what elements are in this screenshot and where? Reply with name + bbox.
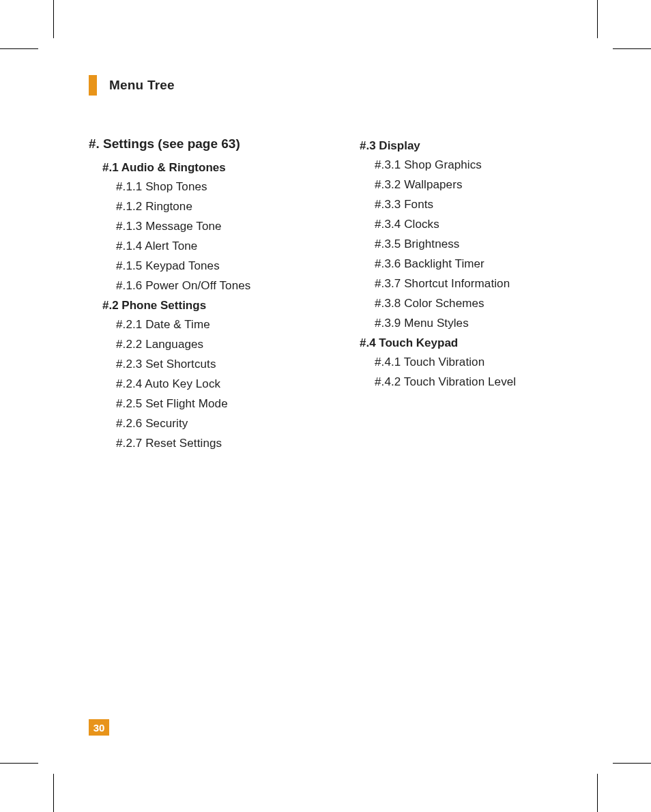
page-title: Menu Tree [109, 78, 175, 93]
menu-item: #.3.9 Menu Styles [375, 317, 583, 330]
menu-item: #.2.3 Set Shortcuts [116, 358, 312, 371]
right-column: #.3 Display #.3.1 Shop Graphics #.3.2 Wa… [360, 136, 583, 456]
menu-item: #.3.4 Clocks [375, 218, 583, 231]
section-heading-settings: #. Settings (see page 63) [89, 136, 312, 151]
crop-mark [53, 774, 54, 812]
menu-item: #.2.5 Set Flight Mode [116, 397, 312, 411]
crop-mark [597, 774, 598, 812]
subsection-heading-display: #.3 Display [360, 139, 583, 153]
menu-item: #.3.1 Shop Graphics [375, 158, 583, 172]
page-header: Menu Tree [89, 75, 583, 96]
menu-item: #.3.5 Brightness [375, 237, 583, 251]
menu-item: #.2.4 Auto Key Lock [116, 377, 312, 391]
crop-mark [0, 763, 38, 764]
crop-mark [597, 0, 598, 38]
menu-item: #.3.8 Color Schemes [375, 297, 583, 310]
menu-item: #.3.3 Fonts [375, 198, 583, 212]
header-accent-block [89, 75, 97, 96]
menu-item: #.1.4 Alert Tone [116, 240, 312, 253]
menu-item: #.2.1 Date & Time [116, 318, 312, 332]
crop-mark [0, 48, 38, 49]
menu-item: #.1.3 Message Tone [116, 220, 312, 233]
menu-item: #.1.5 Keypad Tones [116, 259, 312, 273]
menu-item: #.3.6 Backlight Timer [375, 257, 583, 271]
menu-item: #.4.2 Touch Vibration Level [375, 375, 583, 389]
subsection-heading-audio: #.1 Audio & Ringtones [102, 161, 312, 175]
crop-mark [53, 0, 54, 38]
menu-item: #.2.7 Reset Settings [116, 437, 312, 450]
left-column: #. Settings (see page 63) #.1 Audio & Ri… [89, 136, 312, 456]
subsection-heading-phone: #.2 Phone Settings [102, 299, 312, 313]
crop-mark [613, 763, 651, 764]
content-columns: #. Settings (see page 63) #.1 Audio & Ri… [89, 136, 583, 456]
menu-item: #.1.2 Ringtone [116, 200, 312, 214]
menu-item: #.2.2 Languages [116, 338, 312, 351]
menu-item: #.2.6 Security [116, 417, 312, 431]
subsection-heading-touch: #.4 Touch Keypad [360, 336, 583, 350]
page-content: Menu Tree #. Settings (see page 63) #.1 … [89, 75, 583, 456]
menu-item: #.3.2 Wallpapers [375, 178, 583, 192]
menu-item: #.3.7 Shortcut Information [375, 277, 583, 291]
page-number: 30 [89, 719, 109, 736]
crop-mark [613, 48, 651, 49]
menu-item: #.1.6 Power On/Off Tones [116, 279, 312, 293]
menu-item: #.1.1 Shop Tones [116, 180, 312, 194]
menu-item: #.4.1 Touch Vibration [375, 356, 583, 369]
